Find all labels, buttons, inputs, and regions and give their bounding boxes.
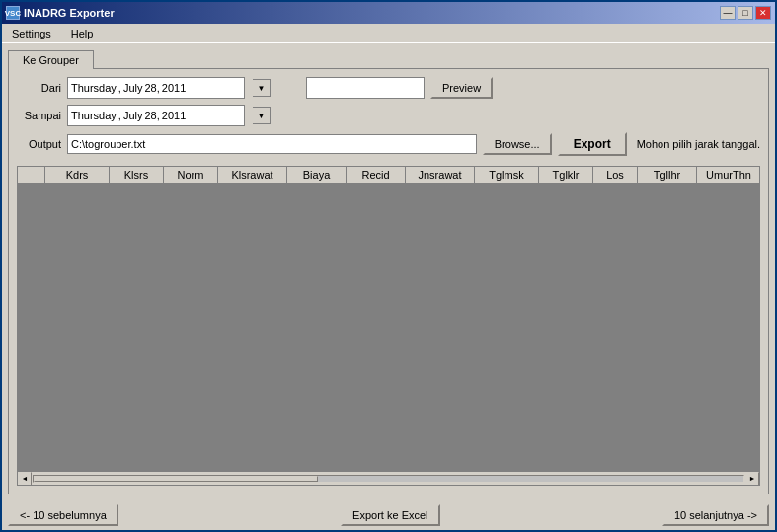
sampai-label: Sampai — [17, 110, 61, 121]
message-text: Mohon pilih jarak tanggal. — [637, 138, 760, 150]
output-row: Output Browse... Export Mohon pilih jara… — [17, 132, 760, 156]
dari-calendar-button[interactable]: ▼ — [253, 79, 271, 97]
table-body — [18, 184, 759, 471]
minimize-button[interactable]: — — [720, 6, 736, 20]
menu-bar: Settings Help — [2, 24, 775, 43]
col-empty — [18, 167, 45, 183]
export-button[interactable]: Export — [558, 132, 627, 156]
sampai-day: 28, — [144, 110, 159, 121]
col-umurthn: UmurThn — [697, 167, 760, 183]
dari-row: Dari Thursday , July 28, 2011 ▼ ▼ Previe… — [17, 77, 760, 99]
export-excel-button[interactable]: Export ke Excel — [341, 504, 439, 526]
dari-label: Dari — [17, 82, 61, 94]
combo-container: ▼ — [306, 77, 425, 99]
sampai-row: Sampai Thursday , July 28, 2011 ▼ — [17, 105, 760, 126]
app-icon: VSC — [6, 6, 20, 20]
sampai-date-field[interactable]: Thursday , July 28, 2011 — [67, 105, 245, 126]
menu-help[interactable]: Help — [65, 26, 100, 41]
table-header: Kdrs Klsrs Norm Klsrawat Biaya Recid Jns… — [18, 167, 759, 184]
scroll-right-button[interactable]: ► — [745, 472, 759, 486]
maximize-button[interactable]: □ — [738, 6, 753, 20]
col-tgllhr: Tgllhr — [638, 167, 697, 183]
dari-separator: , — [118, 82, 121, 94]
tab-ke-grouper[interactable]: Ke Grouper — [8, 50, 94, 69]
combo-box[interactable]: ▼ — [306, 77, 425, 99]
sampai-month: July — [123, 110, 143, 121]
title-bar-buttons: — □ ✕ — [720, 6, 771, 20]
output-path-input[interactable] — [67, 134, 477, 154]
main-window: VSC INADRG Exporter — □ ✕ Settings Help … — [0, 0, 777, 532]
prev-button[interactable]: <- 10 sebelumnya — [8, 504, 118, 526]
col-klsrs: Klsrs — [110, 167, 164, 183]
menu-settings[interactable]: Settings — [6, 26, 57, 41]
col-kdrs: Kdrs — [45, 167, 110, 183]
col-norm: Norm — [164, 167, 218, 183]
sampai-separator: , — [118, 110, 121, 121]
title-bar-left: VSC INADRG Exporter — [6, 6, 115, 20]
scroll-left-button[interactable]: ◄ — [18, 472, 32, 486]
title-bar: VSC INADRG Exporter — □ ✕ — [2, 2, 775, 24]
col-tglmsk: Tglmsk — [475, 167, 539, 183]
panel-ke-grouper: Dari Thursday , July 28, 2011 ▼ ▼ Previe… — [8, 68, 769, 494]
dari-year: 2011 — [162, 82, 186, 94]
preview-button[interactable]: Preview — [430, 77, 493, 99]
col-recid: Recid — [347, 167, 406, 183]
next-button[interactable]: 10 selanjutnya -> — [662, 504, 769, 526]
col-los: Los — [593, 167, 638, 183]
horizontal-scrollbar: ◄ ► — [18, 471, 759, 485]
close-button[interactable]: ✕ — [755, 6, 771, 20]
dari-month: July — [123, 82, 143, 94]
dari-date-field[interactable]: Thursday , July 28, 2011 — [67, 77, 245, 99]
scroll-track[interactable] — [33, 475, 744, 483]
col-jnsrawat: Jnsrawat — [406, 167, 475, 183]
col-tglklr: Tglklr — [539, 167, 593, 183]
dari-day: 28, — [144, 82, 159, 94]
bottom-bar: <- 10 sebelumnya Export ke Excel 10 sela… — [2, 500, 775, 530]
dari-day-name: Thursday — [71, 82, 117, 94]
tab-bar: Ke Grouper — [8, 49, 769, 68]
scroll-thumb[interactable] — [34, 476, 318, 482]
window-title: INADRG Exporter — [24, 7, 115, 19]
col-biaya: Biaya — [287, 167, 347, 183]
browse-button[interactable]: Browse... — [483, 133, 552, 155]
output-label: Output — [17, 138, 61, 150]
data-table: Kdrs Klsrs Norm Klsrawat Biaya Recid Jns… — [17, 166, 760, 486]
col-klsrawat: Klsrawat — [218, 167, 287, 183]
sampai-calendar-button[interactable]: ▼ — [253, 107, 271, 124]
content-area: Ke Grouper Dari Thursday , July 28, 2011… — [2, 43, 775, 500]
combo-input[interactable] — [307, 82, 449, 94]
sampai-day-name: Thursday — [71, 110, 117, 121]
sampai-year: 2011 — [162, 110, 186, 121]
